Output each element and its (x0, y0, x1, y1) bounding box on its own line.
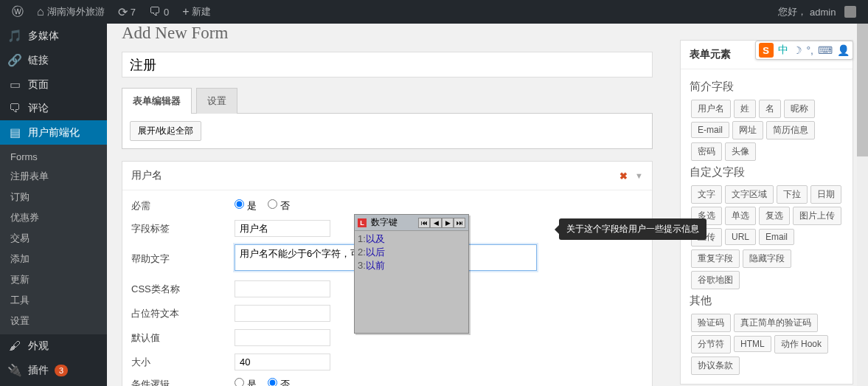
field-intro-5[interactable]: 网址 (732, 121, 763, 139)
form-title-input[interactable] (122, 52, 653, 77)
sidebar-item-links[interactable]: 🔗链接 (0, 48, 107, 72)
label-default: 默认值 (131, 331, 235, 345)
ime-nav-first[interactable]: ⏮ (418, 218, 430, 228)
collapse-field-button[interactable]: ▼ (635, 171, 643, 180)
field-custom-2[interactable]: 下拉 (777, 185, 808, 204)
field-other-0[interactable]: 验证码 (691, 314, 731, 332)
ime-nav-prev[interactable]: ◀ (430, 218, 442, 228)
field-intro-7[interactable]: 密码 (691, 142, 722, 161)
ime-popup: L 数字键 ⏮ ◀ ▶ ⏭ 1:以及2:以后3:以前 (354, 214, 469, 334)
label-cssclass: CSS类名称 (131, 283, 235, 296)
field-intro-4[interactable]: E-mail (691, 122, 729, 138)
field-custom-1[interactable]: 文字区域 (725, 185, 774, 204)
input-fieldlabel[interactable] (235, 220, 330, 237)
wp-logo[interactable]: ⓦ (6, 0, 29, 24)
submenu-forms[interactable]: Forms (0, 148, 107, 166)
sidebar-item-user-frontend[interactable]: ▤用户前端化 (0, 120, 107, 145)
sidebar-item-appearance[interactable]: 🖌外观 (0, 334, 107, 358)
tab-editor[interactable]: 表单编辑器 (122, 88, 192, 114)
scrollbar[interactable] (857, 24, 868, 386)
sidebar-item-pages[interactable]: ▭页面 (0, 72, 107, 97)
site-name[interactable]: ⌂湖南海外旅游 (31, 0, 111, 24)
submenu-settings[interactable]: 设置 (0, 311, 107, 331)
ime-brand-icon: L (358, 218, 367, 227)
submenu-coupons[interactable]: 优惠券 (0, 207, 107, 228)
sidebar-item-users[interactable]: 👤用户 (0, 382, 107, 386)
field-custom-3[interactable]: 日期 (810, 185, 841, 204)
radio-cond-no[interactable]: 否 (268, 379, 290, 386)
ime-moon-icon[interactable]: ☽ (793, 44, 802, 56)
input-size[interactable] (235, 354, 330, 371)
sogou-icon: S (759, 43, 774, 58)
field-intro-1[interactable]: 姓 (734, 100, 756, 118)
input-default[interactable] (235, 329, 330, 346)
field-intro-3[interactable]: 昵称 (784, 100, 815, 118)
submenu-updates[interactable]: 更新 (0, 269, 107, 290)
label-required: 必需 (131, 199, 235, 213)
tooltip-helptext: 关于这个字段给用户一些提示信息 (559, 218, 706, 240)
updates[interactable]: ⟳7 (112, 0, 142, 24)
field-other-3[interactable]: HTML (734, 336, 771, 352)
ime-candidate[interactable]: 2:以后 (358, 246, 465, 259)
label-placeholder: 占位符文本 (131, 307, 235, 320)
link-icon: 🔗 (7, 53, 22, 67)
media-icon: 🎵 (7, 29, 22, 43)
field-custom-9[interactable]: URL (725, 229, 756, 245)
ime-nav-last[interactable]: ⏭ (454, 218, 465, 228)
submenu-regform[interactable]: 注册表单 (0, 166, 107, 187)
howdy[interactable]: 您好，admin (772, 0, 862, 24)
field-intro-6[interactable]: 简历信息 (766, 121, 815, 139)
comment-icon: 🗨 (149, 5, 161, 18)
ime-nav-next[interactable]: ▶ (442, 218, 454, 228)
ime-candidate[interactable]: 3:以前 (358, 259, 465, 272)
expand-collapse-button[interactable]: 展开/收起全部 (130, 121, 201, 141)
input-placeholder[interactable] (235, 305, 330, 322)
field-other-4[interactable]: 动作 Hook (774, 335, 828, 354)
refresh-icon: ⟳ (118, 5, 128, 19)
field-other-5[interactable]: 协议条款 (691, 356, 740, 375)
ime-toolbar[interactable]: S 中 ☽ °, ⌨ 👤 (755, 41, 854, 60)
field-intro-2[interactable]: 名 (759, 100, 781, 118)
input-cssclass[interactable] (235, 280, 330, 297)
ime-punct-icon[interactable]: °, (807, 44, 814, 56)
submenu: Forms 注册表单 订购 优惠券 交易 添加 更新 工具 设置 (0, 145, 107, 334)
label-size: 大小 (131, 356, 235, 369)
field-other-1[interactable]: 真正简单的验证码 (734, 314, 818, 332)
submenu-tools[interactable]: 工具 (0, 290, 107, 311)
comments[interactable]: 🗨0 (143, 0, 175, 24)
field-custom-11[interactable]: 重复字段 (691, 249, 740, 268)
avatar (844, 6, 856, 18)
field-custom-12[interactable]: 隐藏字段 (743, 249, 791, 268)
field-custom-7[interactable]: 图片上传 (793, 207, 841, 225)
field-other-2[interactable]: 分节符 (691, 335, 731, 354)
field-custom-10[interactable]: Email (759, 229, 794, 245)
radio-cond-yes[interactable]: 是 (235, 379, 257, 386)
label-helptext: 帮助文字 (131, 252, 235, 266)
new-content[interactable]: +新建 (176, 0, 217, 24)
field-custom-0[interactable]: 文字 (691, 185, 722, 204)
field-custom-13[interactable]: 谷歌地图 (691, 271, 740, 289)
sidebar-item-media[interactable]: 🎵多媒体 (0, 24, 107, 48)
home-icon: ⌂ (37, 5, 44, 18)
ime-user-icon[interactable]: 👤 (837, 44, 850, 56)
field-intro-0[interactable]: 用户名 (691, 100, 731, 118)
ime-lang[interactable]: 中 (778, 44, 788, 57)
right-sidebar: 表单元素 ▲ 简介字段 用户名姓名昵称E-mail网址简历信息密码头像 自定义字… (680, 40, 853, 386)
plus-icon: + (182, 5, 189, 18)
field-custom-6[interactable]: 复选 (759, 207, 790, 225)
radio-required-yes[interactable]: 是 (235, 200, 257, 211)
ime-candidate[interactable]: 1:以及 (358, 232, 465, 246)
submenu-subscribe[interactable]: 订购 (0, 187, 107, 207)
tab-settings[interactable]: 设置 (196, 88, 237, 114)
submenu-transactions[interactable]: 交易 (0, 228, 107, 249)
field-intro-8[interactable]: 头像 (725, 142, 756, 161)
section-other: 其他 (690, 294, 844, 308)
submenu-add[interactable]: 添加 (0, 249, 107, 269)
sidebar-item-plugins[interactable]: 🔌插件 3 (0, 358, 107, 382)
brush-icon: 🖌 (7, 340, 22, 353)
sidebar-item-comments[interactable]: 🗨评论 (0, 97, 107, 120)
ime-keyboard-icon[interactable]: ⌨ (818, 44, 833, 56)
radio-required-no[interactable]: 否 (268, 200, 290, 211)
field-custom-5[interactable]: 单选 (725, 207, 756, 225)
remove-field-button[interactable]: ✖ (619, 170, 628, 182)
